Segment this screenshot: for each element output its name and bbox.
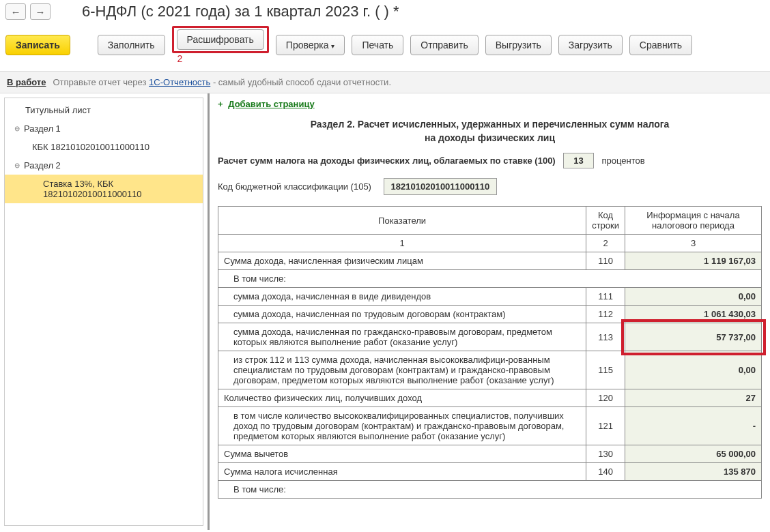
tree-kbk1-label: КБК 18210102010011000110 <box>32 142 149 152</box>
section-heading-2: на доходы физических лиц <box>218 132 762 143</box>
print-button[interactable]: Печать <box>352 35 403 55</box>
tree-section-1[interactable]: ⊖ Раздел 1 <box>5 119 203 138</box>
fill-button[interactable]: Заполнить <box>98 35 165 55</box>
row-112-code: 112 <box>586 306 625 323</box>
row-111-code: 111 <box>586 288 625 306</box>
row-130-label: Сумма вычетов <box>218 445 586 463</box>
row-120-code: 120 <box>586 389 625 407</box>
section-heading-1: Раздел 2. Расчет исчисленных, удержанных… <box>218 119 762 130</box>
annotation-2: 2 <box>177 53 183 64</box>
row-140-val[interactable]: 135 870 <box>625 463 762 481</box>
row-121-val[interactable]: - <box>625 407 762 445</box>
row-120-val[interactable]: 27 <box>625 389 762 407</box>
row-115-val[interactable]: 0,00 <box>625 351 762 389</box>
row-120-label: Количество физических лиц, получивших до… <box>218 389 586 407</box>
row-110-label: Сумма дохода, начисленная физическим лиц… <box>218 252 586 270</box>
check-label: Проверка <box>286 40 329 50</box>
row-140-label: Сумма налога исчисленная <box>218 463 586 481</box>
tree-sel-line1: Ставка 13%, КБК <box>43 179 193 189</box>
tree-title-page[interactable]: Титульный лист <box>5 101 203 119</box>
row-115-label: из строк 112 и 113 сумма дохода, начисле… <box>218 351 586 389</box>
compare-button[interactable]: Сравнить <box>629 35 692 55</box>
rate-suffix: процентов <box>601 156 644 166</box>
row-111-val[interactable]: 0,00 <box>625 288 762 306</box>
row-130-code: 130 <box>586 445 625 463</box>
tree-sec2-label: Раздел 2 <box>24 160 61 171</box>
kbk-value-box[interactable]: 18210102010011000110 <box>384 178 498 195</box>
colnum-1: 1 <box>218 235 586 252</box>
rate-text: Расчет сумм налога на доходы физических … <box>218 156 556 166</box>
page-title: 6-НДФЛ (с 2021 года) за 1 квартал 2023 г… <box>82 3 399 20</box>
row-subheader-2: В том числе: <box>218 481 762 499</box>
colnum-3: 3 <box>625 235 762 252</box>
collapse-icon[interactable]: ⊖ <box>14 125 20 132</box>
tree-title-label: Титульный лист <box>25 105 91 115</box>
check-button[interactable]: Проверка ▾ <box>276 35 345 55</box>
import-button[interactable]: Загрузить <box>558 35 623 55</box>
row-113-val[interactable]: 57 737,00 <box>625 323 762 351</box>
rate-value-box[interactable]: 13 <box>563 153 593 168</box>
th-info: Информация с начала налогового периода <box>625 207 762 235</box>
decode-highlight: Расшифровать <box>172 26 269 53</box>
export-button[interactable]: Выгрузить <box>485 35 552 55</box>
row-113-code: 113 <box>586 323 625 351</box>
row-110-val[interactable]: 1 119 167,03 <box>625 252 762 270</box>
decode-button[interactable]: Расшифровать <box>177 29 264 50</box>
tax-table: Показатели Код строки Информация с начал… <box>218 206 762 499</box>
add-page-link[interactable]: Добавить страницу <box>228 99 314 109</box>
row-115-code: 115 <box>586 351 625 389</box>
row-121-label: в том числе количество высококвалифициро… <box>218 407 586 445</box>
add-icon: + <box>218 99 223 109</box>
status-hint-post: - самый удобный способ сдачи отчетности. <box>213 77 391 87</box>
colnum-2: 2 <box>586 235 625 252</box>
main-toolbar: Записать Заполнить Расшифровать 2 Провер… <box>0 23 770 71</box>
section-tree: Титульный лист ⊖ Раздел 1 КБК 1821010201… <box>4 98 203 526</box>
status-hint-pre: Отправьте отчет через <box>53 77 149 87</box>
row-130-val[interactable]: 65 000,00 <box>625 445 762 463</box>
tree-sec1-label: Раздел 1 <box>24 123 61 134</box>
th-indicators: Показатели <box>218 207 586 235</box>
tree-selected-rate[interactable]: Ставка 13%, КБК 18210102010011000110 <box>5 175 203 203</box>
kbk-label: Код бюджетной классификации (105) <box>218 181 371 192</box>
collapse-icon[interactable]: ⊖ <box>14 162 20 169</box>
tree-kbk-1[interactable]: КБК 18210102010011000110 <box>5 138 203 156</box>
row-140-code: 140 <box>586 463 625 481</box>
forward-button[interactable]: → <box>30 3 51 20</box>
tree-sel-line2: 18210102010011000110 <box>43 189 193 199</box>
send-button[interactable]: Отправить <box>410 35 478 55</box>
back-button[interactable]: ← <box>5 3 26 20</box>
dropdown-caret-icon: ▾ <box>331 42 334 50</box>
save-button[interactable]: Записать <box>5 35 70 55</box>
tree-section-2[interactable]: ⊖ Раздел 2 <box>5 156 203 175</box>
status-hint-link[interactable]: 1С-Отчетность <box>149 77 210 87</box>
row-112-label: сумма дохода, начисленная по трудовым до… <box>218 306 586 323</box>
row-111-label: сумма дохода, начисленная в виде дивиден… <box>218 288 586 306</box>
status-bar: В работе Отправьте отчет через 1С-Отчетн… <box>0 71 770 93</box>
status-label[interactable]: В работе <box>7 77 46 87</box>
report-content: + Добавить страницу Раздел 2. Расчет исч… <box>208 93 770 530</box>
row-121-code: 121 <box>586 407 625 445</box>
row-subheader-1: В том числе: <box>218 270 762 288</box>
row-113-label: сумма дохода, начисленная по гражданско-… <box>218 323 586 351</box>
row-110-code: 110 <box>586 252 625 270</box>
th-code: Код строки <box>586 207 625 235</box>
row-112-val[interactable]: 1 061 430,03 <box>625 306 762 323</box>
